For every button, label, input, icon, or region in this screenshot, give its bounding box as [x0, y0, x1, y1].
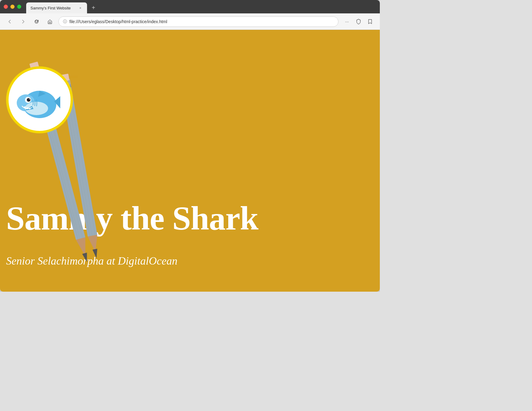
tab-title: Sammy's First Website	[30, 6, 71, 10]
new-tab-button[interactable]: +	[89, 3, 98, 12]
more-button[interactable]: ···	[342, 17, 352, 26]
browser-window: Sammy's First Website × + ⓘ file:///User…	[0, 0, 380, 292]
bookmark-button[interactable]	[365, 17, 375, 26]
tab-close-button[interactable]: ×	[78, 5, 83, 10]
info-icon: ⓘ	[63, 19, 67, 24]
shield-button[interactable]	[354, 17, 363, 26]
nav-actions: ···	[342, 17, 375, 26]
close-button[interactable]	[4, 5, 8, 9]
back-button[interactable]	[5, 17, 15, 26]
tab-bar: Sammy's First Website × +	[26, 0, 376, 13]
page-content: Sammy the Shark Senior Selachimorpha at …	[0, 30, 380, 292]
forward-button[interactable]	[18, 17, 28, 26]
navigation-bar: ⓘ file:///Users/eglass/Desktop/html-prac…	[0, 13, 380, 30]
active-tab[interactable]: Sammy's First Website ×	[26, 2, 87, 13]
minimize-button[interactable]	[10, 5, 15, 9]
maximize-button[interactable]	[17, 5, 21, 9]
svg-point-25	[28, 99, 30, 101]
home-button[interactable]	[45, 17, 55, 26]
title-bar: Sammy's First Website × +	[0, 0, 380, 13]
address-bar[interactable]: ⓘ file:///Users/eglass/Desktop/html-prac…	[58, 16, 338, 27]
shark-avatar	[6, 66, 73, 133]
svg-marker-12	[93, 249, 99, 258]
url-text: file:///Users/eglass/Desktop/html-practi…	[69, 19, 334, 24]
traffic-lights	[4, 5, 21, 9]
reload-button[interactable]	[32, 17, 41, 26]
svg-marker-2	[82, 253, 89, 263]
shark-illustration	[15, 76, 64, 124]
